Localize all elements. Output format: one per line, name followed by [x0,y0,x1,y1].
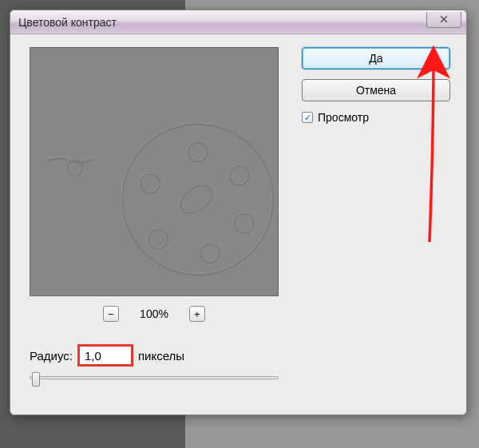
minus-icon: − [108,309,114,319]
zoom-out-button[interactable]: − [103,306,119,322]
radius-input[interactable] [77,344,133,367]
zoom-level: 100% [140,307,168,320]
plus-icon: + [194,309,200,319]
radius-row: Радиус: пикселы [30,344,450,367]
dialog-body: − 100% + Радиус: пикселы Да Отмена [10,34,466,395]
zoom-controls: − 100% + [30,306,279,322]
right-column: Да Отмена ✓ Просмотр [302,47,450,124]
slider-thumb[interactable] [32,372,40,387]
high-pass-dialog: Цветовой контраст [10,10,467,415]
close-button[interactable] [426,12,461,28]
preview-checkbox[interactable]: ✓ [302,112,313,123]
titlebar[interactable]: Цветовой контраст [10,10,466,34]
preview-checkbox-row: ✓ Просмотр [302,111,450,124]
radius-label: Радиус: [30,349,73,363]
check-icon: ✓ [304,113,311,123]
zoom-in-button[interactable]: + [189,306,205,322]
close-icon [440,14,448,26]
radius-unit: пикселы [138,349,184,363]
slider-track [30,376,279,379]
dialog-title: Цветовой контраст [18,16,117,29]
ok-button[interactable]: Да [302,47,450,69]
cancel-button-label: Отмена [356,84,396,97]
radius-slider[interactable] [30,376,279,379]
filter-preview[interactable] [30,47,279,296]
cancel-button[interactable]: Отмена [302,79,450,101]
preview-checkbox-label: Просмотр [318,111,369,124]
ok-button-label: Да [369,52,382,65]
